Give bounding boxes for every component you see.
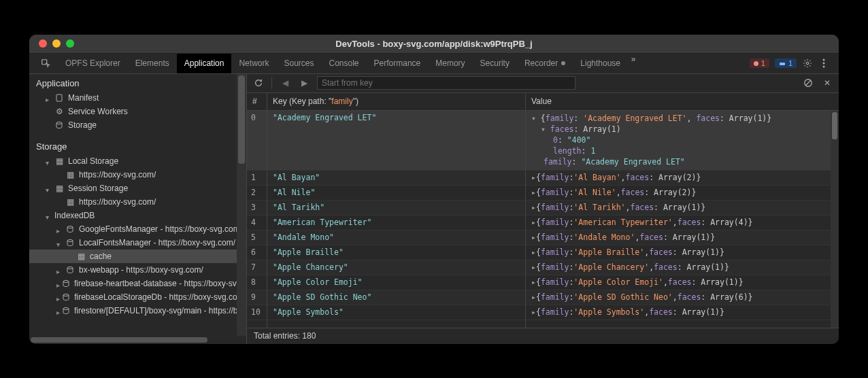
sidebar-item-db-firebase-heartbeat[interactable]: firebase-heartbeat-database - https://bo… xyxy=(29,277,246,290)
table-row-value[interactable]: ▸ {family: 'Apple Braille', faces: Array… xyxy=(526,245,839,260)
sidebar-item-db-local-fonts-manager[interactable]: LocalFontsManager - https://boxy-svg.com… xyxy=(29,236,246,250)
table-row-key[interactable]: "Apple Symbols" xyxy=(267,305,525,320)
table-row-value[interactable]: ▸ {family: 'Apple Color Emoji', faces: A… xyxy=(526,275,839,290)
sidebar-item-manifest[interactable]: Manifest xyxy=(29,91,246,105)
titlebar: DevTools - boxy-svg.com/app/disk:w9PtrqP… xyxy=(29,35,839,54)
sidebar-item-storage[interactable]: Storage xyxy=(29,118,246,132)
sidebar-item-local-storage-origin[interactable]: ▦https://boxy-svg.com/ xyxy=(29,168,246,182)
table-row-value[interactable]: ▸ {family: 'Apple Chancery', faces: Arra… xyxy=(526,260,839,275)
expand-icon xyxy=(56,280,60,287)
table-row-value[interactable]: ▸ {family: 'Al Nile', faces: Array(2)} xyxy=(526,186,839,201)
table-row-index[interactable]: 7 xyxy=(247,260,267,275)
start-key-input[interactable] xyxy=(317,76,575,90)
sidebar-item-session-storage-origin[interactable]: ▦https://boxy-svg.com/ xyxy=(29,195,246,209)
column-header-index[interactable]: # xyxy=(247,93,267,111)
sidebar-item-service-workers[interactable]: ⚙Service Workers xyxy=(29,105,246,118)
table-row-value[interactable]: ▸ {family: 'Al Bayan', faces: Array(2)} xyxy=(526,171,839,186)
sidebar-item-db-firestore[interactable]: firestore/[DEFAULT]/boxy-svg/main - http… xyxy=(29,304,246,317)
table-row-key[interactable]: "Apple Chancery" xyxy=(267,260,525,275)
tab-memory[interactable]: Memory xyxy=(428,54,472,73)
db-icon xyxy=(65,224,75,234)
session-storage-icon: ▦ xyxy=(54,184,64,193)
delete-selected-button[interactable]: ✕ xyxy=(821,77,833,89)
tab-sources[interactable]: Sources xyxy=(276,54,321,73)
document-icon xyxy=(54,93,64,103)
table-row-index[interactable]: 5 xyxy=(247,230,267,245)
table-row-key[interactable]: "Andale Mono" xyxy=(267,230,525,245)
page-prev-button[interactable]: ◀ xyxy=(279,77,291,89)
more-options-button[interactable] xyxy=(818,58,829,69)
table-row-index[interactable]: 0 xyxy=(247,111,267,171)
grid-scrollbar[interactable] xyxy=(831,111,839,328)
sidebar-item-session-storage[interactable]: ▦Session Storage xyxy=(29,182,246,195)
table-row-value[interactable]: ▸ {family: 'American Typewriter', faces:… xyxy=(526,216,839,230)
devtools-window: DevTools - boxy-svg.com/app/disk:w9PtrqP… xyxy=(29,35,839,344)
db-icon xyxy=(62,306,70,315)
sidebar-item-db-bx-webapp[interactable]: bx-webapp - https://boxy-svg.com/ xyxy=(29,263,246,277)
tab-network[interactable]: Network xyxy=(231,54,276,73)
table-row-value[interactable]: ▸ {family: 'Apple Symbols', faces: Array… xyxy=(526,305,839,320)
table-row-index[interactable]: 8 xyxy=(247,275,267,290)
page-next-button[interactable]: ▶ xyxy=(298,77,310,89)
recorder-indicator-icon xyxy=(561,61,565,65)
svg-rect-1 xyxy=(780,63,785,65)
scrollbar-thumb[interactable] xyxy=(832,112,837,139)
table-row-index[interactable]: 10 xyxy=(247,305,267,320)
tab-security[interactable]: Security xyxy=(473,54,517,73)
reload-button[interactable] xyxy=(252,77,265,89)
svg-rect-6 xyxy=(56,94,62,101)
info-count-badge[interactable]: 1 xyxy=(775,58,797,68)
tab-recorder[interactable]: Recorder xyxy=(517,54,573,73)
column-header-value[interactable]: Value xyxy=(526,93,839,111)
table-row-index[interactable]: 4 xyxy=(247,216,267,230)
table-row-value[interactable]: ▸ {family: 'Al Tarikh', faces: Array(1)} xyxy=(526,201,839,216)
application-sidebar: Application Manifest ⚙Service Workers St… xyxy=(29,74,247,344)
table-row-key[interactable]: "American Typewriter" xyxy=(267,216,525,230)
sidebar-item-objectstore-cache[interactable]: ▦cache xyxy=(29,250,246,263)
clear-objectstore-button[interactable] xyxy=(802,77,814,89)
more-tabs-button[interactable]: » xyxy=(628,54,639,65)
sidebar-item-indexeddb[interactable]: IndexedDB xyxy=(29,209,246,222)
sidebar-item-db-google-fonts-manager[interactable]: GoogleFontsManager - https://boxy-svg.co… xyxy=(29,222,246,236)
svg-point-11 xyxy=(63,280,69,282)
settings-button[interactable] xyxy=(802,58,813,69)
scrollbar-thumb[interactable] xyxy=(31,337,207,343)
svg-point-12 xyxy=(63,294,69,296)
table-row-index[interactable]: 2 xyxy=(247,186,267,201)
expand-icon xyxy=(46,212,52,219)
table-row-key[interactable]: "Apple SD Gothic Neo" xyxy=(267,290,525,305)
sidebar-scrollbar[interactable] xyxy=(237,74,246,336)
table-row-index[interactable]: 6 xyxy=(247,245,267,260)
table-row-key[interactable]: "Academy Engraved LET" xyxy=(267,111,525,171)
tab-console[interactable]: Console xyxy=(322,54,367,73)
error-count-badge[interactable]: 1 xyxy=(750,58,769,68)
tab-performance[interactable]: Performance xyxy=(367,54,429,73)
db-icon xyxy=(65,265,75,275)
table-row-value[interactable]: ▸ {family: 'Andale Mono', faces: Array(1… xyxy=(526,230,839,245)
expand-icon xyxy=(56,239,63,246)
db-icon xyxy=(62,292,70,302)
tab-lighthouse[interactable]: Lighthouse xyxy=(573,54,628,73)
table-row-key[interactable]: "Al Bayan" xyxy=(267,171,525,186)
column-header-key[interactable]: Key (Key path: "family") xyxy=(267,93,525,111)
table-row-value[interactable]: ▸ {family: 'Apple SD Gothic Neo', faces:… xyxy=(526,290,839,305)
sidebar-horizontal-scrollbar[interactable] xyxy=(29,336,246,344)
table-row-key[interactable]: "Al Nile" xyxy=(267,186,525,201)
sidebar-item-db-firebase-localstorage[interactable]: firebaseLocalStorageDb - https://boxy-sv… xyxy=(29,290,246,304)
db-icon xyxy=(62,279,70,288)
table-row-key[interactable]: "Al Tarikh" xyxy=(267,201,525,216)
inspect-element-button[interactable] xyxy=(33,54,58,73)
tab-opfs-explorer[interactable]: OPFS Explorer xyxy=(58,54,128,73)
table-row-index[interactable]: 1 xyxy=(247,171,267,186)
idb-data-grid: # 012345678910 Key (Key path: "family") … xyxy=(247,93,839,328)
scrollbar-thumb[interactable] xyxy=(238,75,245,164)
table-row-key[interactable]: "Apple Braille" xyxy=(267,245,525,260)
tab-application[interactable]: Application xyxy=(177,54,232,73)
table-row-key[interactable]: "Apple Color Emoji" xyxy=(267,275,525,290)
table-row-index[interactable]: 3 xyxy=(247,201,267,216)
expand-icon xyxy=(56,294,60,300)
table-row-index[interactable]: 9 xyxy=(247,290,267,305)
sidebar-item-local-storage[interactable]: ▦Local Storage xyxy=(29,154,246,168)
table-row-value[interactable]: ▾ {family: 'Academy Engraved LET', faces… xyxy=(526,111,839,171)
tab-elements[interactable]: Elements xyxy=(128,54,177,73)
